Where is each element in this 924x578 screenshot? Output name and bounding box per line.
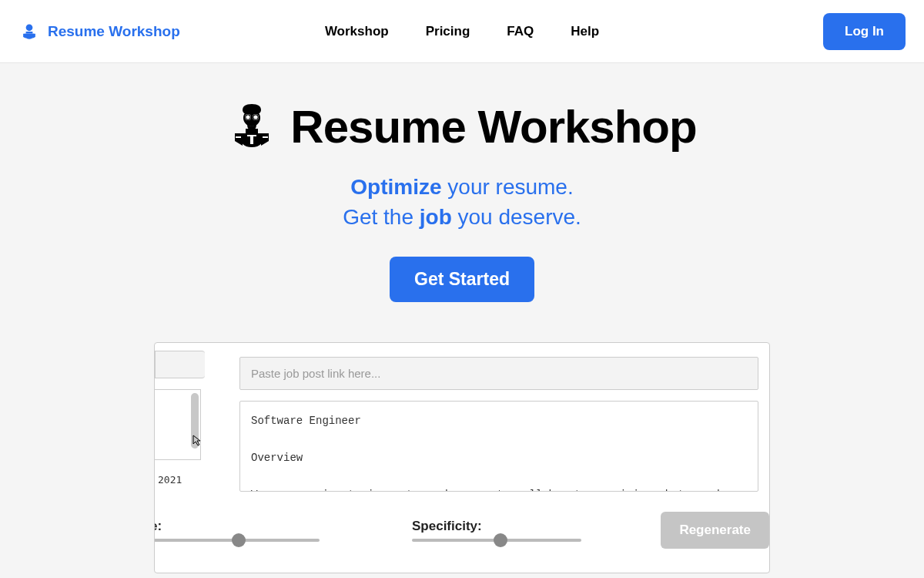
cursor-icon [192,434,204,446]
logo[interactable]: Resume Workshop [18,21,180,42]
tagline-getthe: Get the [343,205,420,229]
logo-text: Resume Workshop [48,23,180,40]
preview-date-fragment: 2021 [158,474,207,486]
hero-tagline: Optimize your resume. Get the job you de… [0,172,924,232]
svg-rect-11 [263,136,268,138]
svg-rect-9 [247,135,256,136]
job-description-textarea[interactable]: Software Engineer Overview We are passio… [239,401,758,492]
workshop-person-icon [227,102,276,152]
svg-rect-1 [26,32,33,34]
preview-window: 2021 Paste job post link here... Softwar… [154,342,770,573]
hero-title-row: Resume Workshop [0,100,924,153]
workshop-person-icon [18,21,40,42]
get-started-button[interactable]: Get Started [390,257,534,302]
svg-rect-10 [236,136,241,138]
main-nav: Workshop Pricing FAQ Help [325,24,599,39]
job-link-input[interactable]: Paste job post link here... [239,357,758,390]
slider-2-group: Specificity: [412,519,581,542]
svg-point-0 [26,24,33,31]
tagline-optimize: Optimize [350,175,441,199]
header: Resume Workshop Workshop Pricing FAQ Hel… [0,0,924,63]
svg-rect-7 [246,129,258,133]
tagline-rest2: you deserve. [452,205,581,229]
nav-workshop[interactable]: Workshop [325,24,389,39]
preview-sidebar-scroll[interactable] [155,389,201,460]
slider-2[interactable] [412,539,581,542]
preview-footer: e: Specificity: Regenerate [155,512,769,549]
tagline-job: job [420,205,452,229]
nav-help[interactable]: Help [571,24,599,39]
slider-1[interactable] [154,539,320,542]
slider-1-thumb[interactable] [232,533,246,547]
slider-2-thumb[interactable] [494,533,507,547]
preview-label-cut [244,343,758,351]
tagline-rest1: your resume. [442,175,574,199]
nav-faq[interactable]: FAQ [507,24,534,39]
preview-sidebar-box [155,351,205,378]
hero-title: Resume Workshop [290,100,696,153]
nav-pricing[interactable]: Pricing [426,24,470,39]
slider-2-label: Specificity: [412,519,581,534]
hero-section: Resume Workshop Optimize your resume. Ge… [0,63,924,302]
regenerate-button[interactable]: Regenerate [661,512,769,549]
preview-main: Paste job post link here... Software Eng… [239,343,769,492]
app-preview: 2021 Paste job post link here... Softwar… [154,342,770,573]
login-button[interactable]: Log In [823,13,906,50]
